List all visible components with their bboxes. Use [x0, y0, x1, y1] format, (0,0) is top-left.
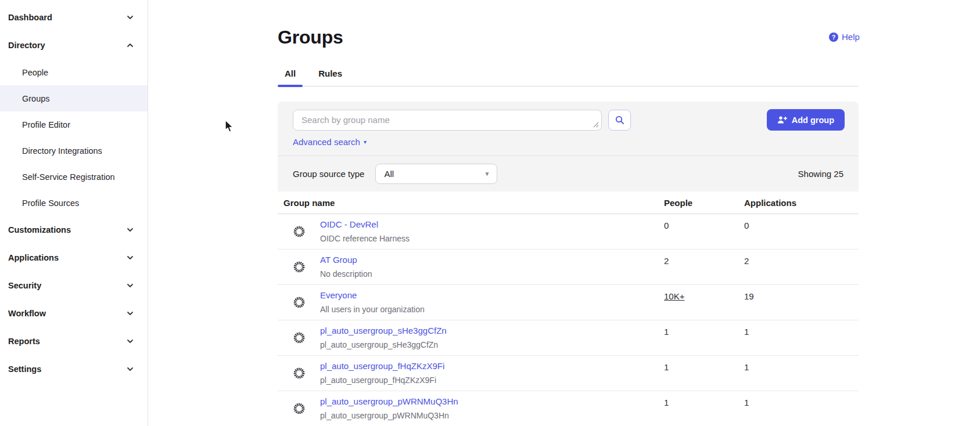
add-group-icon [777, 115, 787, 124]
sidebar-item-label: Workflow [8, 309, 125, 318]
group-icon [292, 260, 306, 274]
sidebar-item-label: Directory Integrations [22, 146, 102, 156]
group-source-type-select[interactable]: All ▼ [375, 164, 497, 184]
group-name-cell: Everyone All users in your organization [278, 285, 655, 320]
people-count: 2 [655, 250, 735, 284]
chevron-down-icon [125, 309, 135, 318]
advanced-search-link[interactable]: Advanced search ▾ [293, 137, 367, 147]
sidebar-item-label: Settings [8, 364, 125, 374]
people-count: 1 [655, 320, 735, 355]
applications-count: 0 [735, 214, 859, 249]
help-link[interactable]: ? Help [829, 32, 860, 42]
table-row: pl_auto_usergroup_pWRNMuQ3Hn pl_auto_use… [278, 391, 859, 426]
applications-count: 19 [735, 285, 859, 320]
sidebar-item-directory[interactable]: Directory [0, 31, 148, 59]
applications-count: 1 [735, 320, 859, 355]
tab-all[interactable]: All [278, 65, 303, 86]
caret-down-icon: ▼ [484, 171, 490, 177]
groups-table: Group name People Applications OIDC - De… [278, 192, 859, 426]
group-link[interactable]: Everyone [320, 290, 357, 300]
group-description: pl_auto_usergroup_fHqZKzX9Fi [320, 376, 655, 385]
sidebar-item-profile-editor[interactable]: Profile Editor [0, 111, 148, 138]
search-button[interactable] [608, 110, 631, 131]
table-row: AT Group No description 2 2 [278, 250, 859, 285]
group-name-cell: AT Group No description [278, 250, 655, 284]
group-icon [292, 225, 306, 239]
tab-bar: All Rules [278, 65, 859, 86]
table-row: Everyone All users in your organization … [278, 285, 859, 320]
page-title: Groups [278, 27, 343, 48]
chevron-down-icon [125, 13, 135, 22]
showing-count: Showing 25 [798, 169, 843, 179]
group-link[interactable]: pl_auto_usergroup_fHqZKzX9Fi [320, 361, 444, 371]
tab-rules[interactable]: Rules [311, 65, 349, 86]
chevron-down-icon [125, 225, 135, 234]
group-source-type-label: Group source type [293, 169, 364, 179]
sidebar-item-groups[interactable]: Groups [0, 85, 148, 111]
group-icon [292, 402, 306, 416]
applications-count: 1 [735, 391, 859, 426]
applications-count: 2 [735, 250, 859, 284]
header-applications: Applications [735, 198, 859, 208]
add-group-button[interactable]: Add group [767, 109, 845, 131]
sidebar-item-applications[interactable]: Applications [0, 244, 148, 272]
sidebar-item-label: Reports [8, 337, 125, 346]
table-row: OIDC - DevRel OIDC reference Harness 0 0 [278, 214, 859, 250]
search-input[interactable] [293, 110, 601, 130]
group-icon [292, 295, 306, 309]
caret-down-icon: ▾ [364, 139, 367, 145]
chevron-down-icon [125, 364, 135, 374]
group-name-cell: OIDC - DevRel OIDC reference Harness [278, 214, 655, 249]
sidebar-item-label: Security [8, 281, 125, 290]
select-value: All [384, 169, 394, 179]
sidebar-item-label: Profile Editor [22, 120, 70, 129]
sidebar-item-customizations[interactable]: Customizations [0, 216, 148, 244]
advanced-search-label: Advanced search [293, 137, 360, 147]
table-row: pl_auto_usergroup_sHe3ggCfZn pl_auto_use… [278, 320, 859, 356]
chevron-up-icon [125, 41, 135, 50]
sidebar-item-reports[interactable]: Reports [0, 327, 148, 355]
sidebar-item-security[interactable]: Security [0, 272, 148, 299]
sidebar-item-label: Self-Service Registration [22, 172, 115, 182]
sidebar-item-label: Profile Sources [22, 198, 79, 208]
group-link[interactable]: OIDC - DevRel [320, 219, 378, 229]
sidebar-item-self-service-registration[interactable]: Self-Service Registration [0, 164, 148, 190]
group-link[interactable]: pl_auto_usergroup_sHe3ggCfZn [320, 326, 447, 335]
sidebar-item-label: Directory [8, 41, 125, 50]
chevron-down-icon [125, 281, 135, 290]
table-header: Group name People Applications [278, 192, 859, 214]
sidebar-item-people[interactable]: People [0, 59, 148, 85]
sidebar-item-directory-integrations[interactable]: Directory Integrations [0, 138, 148, 164]
sidebar-item-workflow[interactable]: Workflow [0, 299, 148, 327]
group-name-cell: pl_auto_usergroup_sHe3ggCfZn pl_auto_use… [278, 320, 655, 355]
sidebar-item-settings[interactable]: Settings [0, 355, 148, 383]
sidebar-item-label: Applications [8, 253, 125, 262]
applications-count: 1 [735, 356, 859, 391]
people-count: 1 [655, 356, 735, 391]
sidebar-item-label: Customizations [8, 225, 125, 234]
sidebar-item-label: People [22, 68, 48, 77]
group-link[interactable]: AT Group [320, 255, 357, 265]
group-name-cell: pl_auto_usergroup_fHqZKzX9Fi pl_auto_use… [278, 356, 655, 391]
people-count-cell: 10K+ [655, 285, 735, 320]
group-icon [292, 331, 306, 345]
people-count: 1 [655, 391, 735, 426]
people-count-link[interactable]: 10K+ [664, 291, 684, 301]
help-question-icon: ? [829, 33, 838, 42]
group-description: pl_auto_usergroup_pWRNMuQ3Hn [320, 411, 655, 420]
sidebar-item-profile-sources[interactable]: Profile Sources [0, 190, 148, 216]
header-people: People [655, 198, 735, 208]
add-group-label: Add group [792, 115, 834, 125]
sidebar-item-label: Groups [22, 94, 50, 103]
sidebar-item-label: Dashboard [8, 13, 125, 22]
search-panel: Add group Advanced search ▾ Group source… [278, 102, 859, 192]
people-count: 0 [655, 214, 735, 249]
group-search-box [293, 110, 602, 131]
group-description: pl_auto_usergroup_sHe3ggCfZn [320, 340, 655, 349]
sidebar-item-dashboard[interactable]: Dashboard [0, 3, 148, 31]
filter-row: Group source type All ▼ Showing 25 [278, 156, 859, 192]
group-description: No description [320, 269, 655, 279]
header-group-name: Group name [278, 198, 655, 208]
resize-grip-icon[interactable] [593, 122, 599, 128]
group-link[interactable]: pl_auto_usergroup_pWRNMuQ3Hn [320, 396, 458, 406]
